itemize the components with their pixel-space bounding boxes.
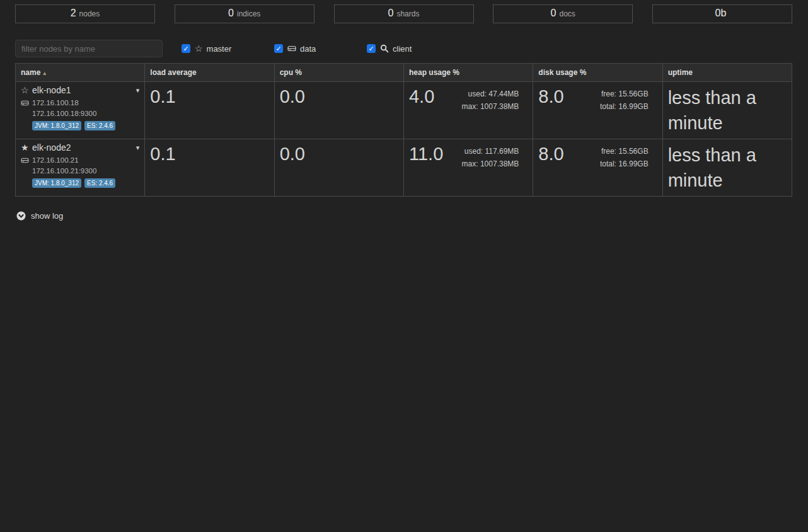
stat-docs: 0 docs <box>493 4 633 23</box>
nodes-table: name▴ load average cpu % heap usage % di… <box>15 63 792 197</box>
filter-client-checkbox-group[interactable]: ✓ client <box>367 44 441 54</box>
cluster-stats-row: 2 nodes 0 indices 0 shards 0 docs 0b <box>0 0 808 23</box>
disk-usage-cell: 8.0 free: 15.56GB total: 16.99GB <box>533 82 662 139</box>
search-icon <box>380 44 389 53</box>
column-header-disk-usage[interactable]: disk usage % <box>533 64 662 82</box>
stat-docs-label: docs <box>560 9 575 18</box>
stat-size: 0b <box>652 4 792 23</box>
heap-used: used: 117.69MB <box>462 145 519 158</box>
master-eligible-star-icon: ☆ <box>21 85 32 95</box>
node-row-elk-node2: ★ elk-node2 ▾ 172.16.100.21 172.16.100.2… <box>16 139 792 197</box>
heap-usage-cell: 11.0 used: 117.69MB max: 1007.38MB <box>403 139 533 197</box>
column-header-uptime[interactable]: uptime <box>662 64 792 82</box>
jvm-version-badge: JVM: 1.8.0_312 <box>32 178 81 188</box>
node-row-elk-node1: ☆ elk-node1 ▾ 172.16.100.18 172.16.100.1… <box>16 82 792 139</box>
load-average-value: 0.1 <box>150 144 268 165</box>
heap-percent-value: 11.0 <box>409 144 443 170</box>
stat-size-value: 0b <box>715 8 727 19</box>
stat-nodes: 2 nodes <box>15 4 155 23</box>
chevron-circle-down-icon <box>16 211 26 221</box>
stat-nodes-value: 2 <box>71 8 76 19</box>
stat-docs-value: 0 <box>551 8 557 19</box>
uptime-value: less than a minute <box>668 85 787 136</box>
filter-row: ✓ ☆ master ✓ data ✓ client <box>15 40 808 57</box>
stat-shards-value: 0 <box>388 8 394 19</box>
node-ip: 172.16.100.21 <box>32 156 79 164</box>
load-average-value: 0.1 <box>150 86 268 107</box>
node-title[interactable]: ★ elk-node2 ▾ <box>21 142 139 153</box>
disk-total: total: 16.99GB <box>600 158 649 170</box>
elected-master-star-icon: ★ <box>21 142 32 153</box>
disk-free: free: 15.56GB <box>600 145 649 158</box>
filter-data-checkbox-group[interactable]: ✓ data <box>274 44 348 54</box>
data-checkbox[interactable]: ✓ <box>274 44 283 53</box>
data-checkbox-label: data <box>300 44 316 54</box>
filter-master-checkbox-group[interactable]: ✓ ☆ master <box>182 44 255 54</box>
uptime-cell: less than a minute <box>662 139 792 197</box>
node-name-cell: ☆ elk-node1 ▾ 172.16.100.18 172.16.100.1… <box>16 82 145 139</box>
heap-max: max: 1007.38MB <box>462 100 519 113</box>
disk-usage-cell: 8.0 free: 15.56GB total: 16.99GB <box>533 139 662 197</box>
stat-nodes-label: nodes <box>79 9 100 18</box>
cpu-value: 0.0 <box>280 144 398 165</box>
heap-percent-value: 4.0 <box>409 86 434 113</box>
node-name[interactable]: elk-node2 <box>32 142 71 153</box>
node-actions-caret-icon[interactable]: ▾ <box>136 144 140 152</box>
star-icon: ☆ <box>195 44 203 53</box>
disk-percent-value: 8.0 <box>538 86 563 113</box>
stat-shards: 0 shards <box>334 4 474 23</box>
master-checkbox-label: master <box>207 44 232 54</box>
uptime-value: less than a minute <box>668 142 787 193</box>
node-name-cell: ★ elk-node2 ▾ 172.16.100.21 172.16.100.2… <box>16 139 145 197</box>
stat-indices: 0 indices <box>175 4 315 23</box>
disk-total: total: 16.99GB <box>600 100 649 113</box>
stat-shards-label: shards <box>396 9 419 18</box>
heap-max: max: 1007.38MB <box>462 158 519 170</box>
column-header-name[interactable]: name▴ <box>16 64 145 82</box>
stat-indices-label: indices <box>237 9 260 18</box>
uptime-cell: less than a minute <box>662 82 792 139</box>
cpu-cell: 0.0 <box>274 82 403 139</box>
column-header-load-average[interactable]: load average <box>145 64 274 82</box>
heap-usage-cell: 4.0 used: 47.44MB max: 1007.38MB <box>403 82 533 139</box>
client-checkbox-label: client <box>393 44 412 54</box>
disk-free: free: 15.56GB <box>600 88 649 100</box>
sort-asc-icon: ▴ <box>43 69 46 76</box>
node-name[interactable]: elk-node1 <box>32 85 71 95</box>
es-version-badge: ES: 2.4.6 <box>84 178 115 188</box>
cpu-value: 0.0 <box>280 86 398 107</box>
heap-used: used: 47.44MB <box>462 88 519 100</box>
node-transport-address: 172.16.100.21:9300 <box>32 167 139 175</box>
cpu-cell: 0.0 <box>274 139 403 197</box>
nodes-table-header-row: name▴ load average cpu % heap usage % di… <box>16 64 792 82</box>
show-log-label: show log <box>31 211 63 221</box>
node-ip: 172.16.100.18 <box>32 99 79 107</box>
node-transport-address: 172.16.100.18:9300 <box>32 110 139 117</box>
filter-nodes-input[interactable] <box>15 40 163 57</box>
drive-icon <box>287 45 296 52</box>
load-average-cell: 0.1 <box>145 82 274 139</box>
disk-percent-value: 8.0 <box>538 144 563 170</box>
client-checkbox[interactable]: ✓ <box>367 44 376 53</box>
stat-indices-value: 0 <box>228 8 234 19</box>
node-actions-caret-icon[interactable]: ▾ <box>136 86 140 95</box>
column-header-cpu[interactable]: cpu % <box>274 64 403 82</box>
es-version-badge: ES: 2.4.6 <box>84 121 115 130</box>
node-title[interactable]: ☆ elk-node1 ▾ <box>21 85 139 95</box>
drive-icon <box>21 100 32 107</box>
drive-icon <box>21 157 32 164</box>
load-average-cell: 0.1 <box>145 139 274 197</box>
jvm-version-badge: JVM: 1.8.0_312 <box>32 121 81 130</box>
master-checkbox[interactable]: ✓ <box>182 44 190 53</box>
show-log-toggle[interactable]: show log <box>16 211 86 221</box>
column-header-heap-usage[interactable]: heap usage % <box>403 64 533 82</box>
